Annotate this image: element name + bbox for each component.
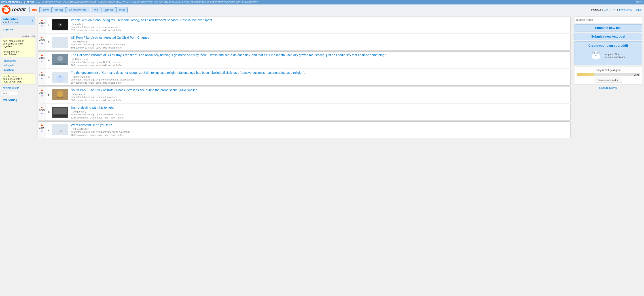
report-link[interactable]: report <box>108 82 115 84</box>
post-thumbnail[interactable] <box>52 37 68 48</box>
multi-link-redditnews[interactable]: redditnews <box>1 58 35 63</box>
tab-rising[interactable]: rising <box>52 7 66 12</box>
account-activity-link[interactable]: account activity <box>574 86 642 90</box>
save-link[interactable]: save <box>96 46 101 49</box>
everything-link[interactable]: everything <box>1 97 35 102</box>
upvote-button[interactable]: ▲ <box>40 71 44 74</box>
post-title-link[interactable]: UK Porn Filter Architect Arrested On Chi… <box>71 36 569 40</box>
nav-funny[interactable]: FUNNY <box>60 1 67 4</box>
post-title-link[interactable]: What constant lie do you tell? <box>71 123 569 127</box>
share-link[interactable]: share <box>90 116 96 119</box>
tab-gilded[interactable]: gilded <box>102 7 116 12</box>
nav-worldnews[interactable]: WORLDNEWS <box>91 1 106 4</box>
mail-icon[interactable]: ✉ <box>614 8 616 11</box>
hide-link[interactable]: hide <box>102 46 107 49</box>
upvote-button[interactable]: ▲ <box>40 53 44 56</box>
nav-politics[interactable]: POLITICS <box>227 1 237 4</box>
nav-bestof[interactable]: BESTOF <box>212 1 221 4</box>
nav-random[interactable]: RANDOM <box>43 1 53 4</box>
downvote-button[interactable]: ▼ <box>40 60 44 63</box>
submit-link-button[interactable]: Submit a new link <box>574 24 642 32</box>
hide-link[interactable]: hide <box>104 116 108 119</box>
share-link[interactable]: share <box>88 99 94 102</box>
share-link[interactable]: share <box>88 64 94 66</box>
share-link[interactable]: share <box>88 29 94 32</box>
nav-todayilearned[interactable]: TODAYILEARNED <box>122 1 141 4</box>
save-link[interactable]: save <box>97 116 102 119</box>
hide-link[interactable]: hide <box>102 29 107 32</box>
nav-videos[interactable]: VIDEOS <box>107 1 116 4</box>
hide-link[interactable]: hide <box>102 99 107 102</box>
nav-atheism[interactable]: ATHEISM <box>238 1 248 4</box>
share-link[interactable]: share <box>88 46 94 49</box>
nav-gaming[interactable]: GAMING <box>68 1 77 4</box>
nav-iama[interactable]: IAMA <box>116 1 122 4</box>
report-link[interactable]: report <box>108 99 115 102</box>
hide-link[interactable]: hide <box>102 82 107 84</box>
explore-multis-link[interactable]: explore multis <box>1 86 35 90</box>
hide-link[interactable]: hide <box>104 134 108 136</box>
nav-getmot[interactable]: GETMOT <box>248 1 258 4</box>
downvote-button[interactable]: ▼ <box>40 24 44 28</box>
nav-music[interactable]: MUSIC <box>194 1 202 4</box>
buffer-link[interactable]: buffer <box>116 46 122 49</box>
nav-adviceanimals[interactable]: ADVICEANIMALS <box>164 1 183 4</box>
comments-link[interactable]: 579 comments <box>71 29 87 32</box>
upvote-button[interactable]: ▲ <box>40 18 44 21</box>
submit-text-button[interactable]: Submit a new text post <box>574 33 642 40</box>
nav-askreddit[interactable]: ASKREDDIT <box>78 1 90 4</box>
buffer-link[interactable]: buffer <box>116 29 122 32</box>
report-link[interactable]: report <box>108 64 115 66</box>
comments-link[interactable]: 4671 comments <box>71 134 88 136</box>
multi-link-redditpets[interactable]: redditpets <box>1 63 35 68</box>
create-multi-input[interactable] <box>1 91 19 95</box>
tab-new[interactable]: new <box>40 7 52 12</box>
post-title-link[interactable]: South Park - The Stick of Truth. What Au… <box>71 88 569 92</box>
nav-aww[interactable]: AWW <box>142 1 148 4</box>
downvote-button[interactable]: ▼ <box>40 130 44 133</box>
help-support-button[interactable]: help support reddit <box>594 78 622 82</box>
explore-button[interactable]: explore <box>1 26 35 32</box>
logout-link[interactable]: logout <box>636 8 642 11</box>
search-input[interactable] <box>574 16 642 23</box>
nav-technology[interactable]: TECHNOLOGY <box>148 1 164 4</box>
comments-link[interactable]: 803 comments <box>71 46 87 49</box>
edit-subreddits-link[interactable]: EDIT » <box>636 1 643 4</box>
buffer-link[interactable]: buffer <box>118 134 124 136</box>
report-link[interactable]: report <box>108 46 115 49</box>
save-link[interactable]: save <box>96 64 101 66</box>
comments-link[interactable]: 357 comments <box>71 82 87 84</box>
downvote-button[interactable]: ▼ <box>40 112 44 115</box>
post-title-link[interactable]: The Collected Wisdom of Bill Murray. Fre… <box>71 53 569 57</box>
hide-link[interactable]: hide <box>102 64 107 66</box>
upvote-button[interactable]: ▲ <box>40 88 44 91</box>
downvote-button[interactable]: ▼ <box>40 77 44 80</box>
subscribed-box[interactable]: subscribed your front page › <box>1 16 35 25</box>
post-thumbnail[interactable]: ? <box>52 72 68 83</box>
post-title-link[interactable]: TIL the government of Germany does not r… <box>71 71 569 75</box>
nav-science[interactable]: SCIENCE <box>184 1 194 4</box>
nav-movies[interactable]: MOVIES <box>202 1 211 4</box>
save-link[interactable]: save <box>97 134 102 136</box>
comments-link[interactable]: 188 comments <box>71 64 87 66</box>
preferences-link[interactable]: preferences <box>619 8 632 11</box>
comments-link[interactable]: 1284 comments <box>71 116 88 119</box>
post-title-link[interactable]: I'm not dealing with this tonight <box>71 106 569 110</box>
post-thumbnail[interactable]: self <box>52 124 68 135</box>
buffer-link[interactable]: buffer <box>116 64 122 66</box>
save-link[interactable]: save <box>96 29 101 32</box>
my-subreddits-button[interactable]: MY SUBREDDITS ▼ <box>1 1 22 4</box>
tab-controversial[interactable]: controversial <box>66 7 90 12</box>
report-link[interactable]: report <box>110 134 116 136</box>
site-logo[interactable]: reddit <box>2 5 26 14</box>
downvote-button[interactable]: ▼ <box>40 94 44 98</box>
buffer-link[interactable]: buffer <box>116 99 122 102</box>
nav-wtf[interactable]: WTF <box>222 1 226 4</box>
buffer-link[interactable]: buffer <box>118 116 124 119</box>
save-link[interactable]: save <box>96 82 101 84</box>
report-link[interactable]: report <box>110 116 116 119</box>
report-link[interactable]: report <box>108 29 115 32</box>
share-link[interactable]: share <box>90 134 96 136</box>
tab-top[interactable]: top <box>91 7 101 12</box>
post-title-link[interactable]: People kept on pronouncing my username w… <box>71 18 569 22</box>
